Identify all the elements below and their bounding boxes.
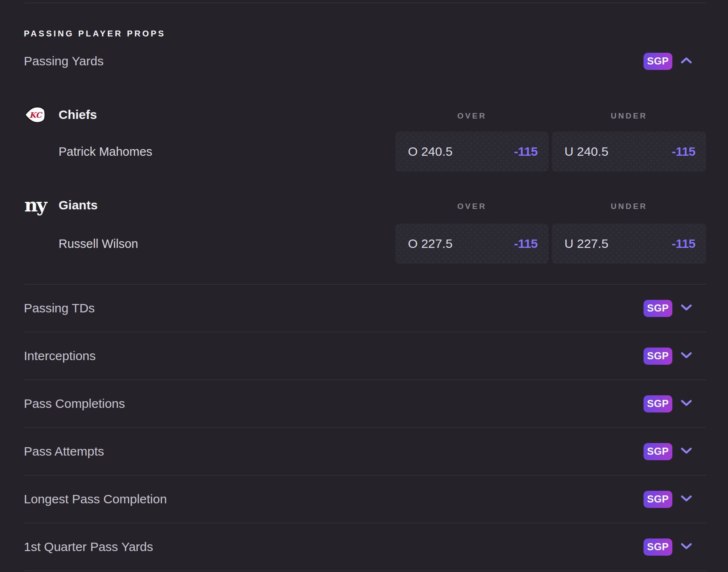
player-name: Patrick Mahomes <box>24 145 152 159</box>
bet-odds: -115 <box>514 237 538 251</box>
bet-odds: -115 <box>672 237 695 251</box>
player-row-mahomes: Patrick Mahomes O 240.5 -115 U 240.5 -11… <box>24 131 706 172</box>
divider <box>24 570 706 571</box>
over-bet-cell[interactable]: O 227.5 -115 <box>395 224 549 264</box>
under-bet-cell[interactable]: U 240.5 -115 <box>552 131 706 172</box>
market-label: Pass Completions <box>24 397 125 411</box>
bet-line: U 227.5 <box>564 237 608 251</box>
over-column-header: OVER <box>395 199 549 211</box>
sgp-badge[interactable]: SGP <box>643 395 672 412</box>
market-label: Passing Yards <box>24 54 104 68</box>
bet-line: O 240.5 <box>408 144 453 159</box>
market-header-passing-yards[interactable]: Passing Yards SGP <box>24 52 706 70</box>
market-header-pass-completions[interactable]: Pass Completions SGP <box>24 380 706 427</box>
svg-text:KC: KC <box>29 111 43 119</box>
sgp-badge[interactable]: SGP <box>643 53 672 70</box>
player-props-panel: PASSING PLAYER PROPS Passing Yards SGP K <box>0 0 728 572</box>
under-bet-cell[interactable]: U 227.5 -115 <box>552 224 706 264</box>
sgp-badge[interactable]: SGP <box>643 300 672 317</box>
team-row-giants: ny Giants OVER UNDER <box>24 193 706 217</box>
over-bet-cell[interactable]: O 240.5 -115 <box>395 131 549 172</box>
chevron-down-icon[interactable] <box>681 543 692 551</box>
sgp-badge[interactable]: SGP <box>643 539 672 556</box>
under-column-header: UNDER <box>552 199 706 211</box>
chevron-down-icon[interactable] <box>681 399 692 408</box>
market-header-pass-attempts[interactable]: Pass Attempts SGP <box>24 428 706 475</box>
chevron-down-icon[interactable] <box>681 447 692 456</box>
market-label: Pass Attempts <box>24 444 104 459</box>
chevron-down-icon[interactable] <box>681 304 692 312</box>
chiefs-logo-icon: KC <box>24 105 46 124</box>
bet-line: O 227.5 <box>408 237 453 251</box>
market-header-1st-quarter-pass-yards[interactable]: 1st Quarter Pass Yards SGP <box>24 523 706 570</box>
section-title: PASSING PLAYER PROPS <box>24 28 706 39</box>
chevron-down-icon[interactable] <box>681 352 692 360</box>
market-header-interceptions[interactable]: Interceptions SGP <box>24 332 706 379</box>
sgp-badge[interactable]: SGP <box>643 348 672 365</box>
giants-logo-icon: ny <box>24 196 46 215</box>
market-label: 1st Quarter Pass Yards <box>24 540 153 554</box>
player-row-wilson: Russell Wilson O 227.5 -115 U 227.5 -115 <box>24 224 706 264</box>
bet-odds: -115 <box>514 144 538 159</box>
top-divider <box>24 3 706 3</box>
sgp-badge[interactable]: SGP <box>643 491 672 508</box>
bet-line: U 240.5 <box>564 144 608 159</box>
team-row-chiefs: KC Chiefs OVER UNDER <box>24 103 706 126</box>
over-column-header: OVER <box>395 109 549 121</box>
sgp-badge[interactable]: SGP <box>643 443 672 460</box>
team-name: Giants <box>59 198 97 212</box>
market-label: Passing TDs <box>24 301 95 315</box>
market-header-longest-pass-completion[interactable]: Longest Pass Completion SGP <box>24 476 706 523</box>
market-label: Longest Pass Completion <box>24 492 167 506</box>
chevron-down-icon[interactable] <box>681 495 692 503</box>
chevron-up-icon[interactable] <box>681 57 692 65</box>
bet-odds: -115 <box>672 144 695 159</box>
market-header-passing-tds[interactable]: Passing TDs SGP <box>24 285 706 332</box>
under-column-header: UNDER <box>552 109 706 121</box>
market-label: Interceptions <box>24 349 96 363</box>
player-name: Russell Wilson <box>24 237 138 251</box>
team-name: Chiefs <box>59 108 97 122</box>
